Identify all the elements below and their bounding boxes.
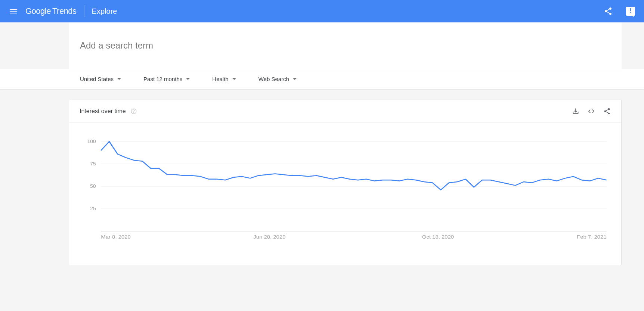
app-header: Google Trends Explore ! bbox=[0, 0, 644, 22]
filter-time-label: Past 12 months bbox=[143, 76, 182, 82]
chart-body: 100755025Mar 8, 2020Jun 28, 2020Oct 18, … bbox=[69, 123, 621, 265]
embed-icon[interactable] bbox=[588, 108, 595, 115]
svg-text:100: 100 bbox=[87, 139, 96, 144]
chart-actions bbox=[572, 108, 611, 115]
search-input[interactable]: Add a search term bbox=[69, 22, 622, 69]
menu-icon[interactable] bbox=[6, 4, 21, 19]
share-icon[interactable] bbox=[601, 4, 616, 19]
filter-time[interactable]: Past 12 months bbox=[143, 76, 190, 82]
chart-header: Interest over time bbox=[69, 100, 621, 123]
page-title: Explore bbox=[92, 7, 117, 16]
content-area: Interest over time 100755025Mar 8, 2020J… bbox=[69, 100, 622, 265]
svg-text:Mar 8, 2020: Mar 8, 2020 bbox=[101, 234, 131, 240]
feedback-icon[interactable]: ! bbox=[623, 4, 638, 19]
logo-google: Google bbox=[25, 6, 51, 16]
share-chart-icon[interactable] bbox=[603, 108, 611, 115]
filters-bar: United States Past 12 months Health Web … bbox=[0, 69, 644, 89]
download-icon[interactable] bbox=[572, 108, 579, 115]
logo-trends: Trends bbox=[52, 6, 77, 16]
svg-text:Feb 7, 2021: Feb 7, 2021 bbox=[577, 234, 607, 240]
svg-text:50: 50 bbox=[90, 184, 96, 189]
filter-category-label: Health bbox=[212, 76, 228, 82]
chevron-down-icon bbox=[293, 78, 297, 80]
line-chart: 100755025Mar 8, 2020Jun 28, 2020Oct 18, … bbox=[80, 138, 611, 242]
filter-category[interactable]: Health bbox=[212, 76, 236, 82]
filter-region[interactable]: United States bbox=[80, 76, 121, 82]
help-icon[interactable] bbox=[130, 108, 137, 115]
search-placeholder: Add a search term bbox=[80, 40, 153, 50]
header-divider bbox=[84, 5, 84, 17]
chevron-down-icon bbox=[232, 78, 236, 80]
svg-point-1 bbox=[133, 112, 134, 113]
svg-text:25: 25 bbox=[90, 206, 96, 211]
header-actions: ! bbox=[601, 4, 638, 19]
svg-text:Oct 18, 2020: Oct 18, 2020 bbox=[422, 234, 454, 240]
filter-region-label: United States bbox=[80, 76, 114, 82]
search-container: Add a search term bbox=[69, 22, 622, 69]
logo[interactable]: Google Trends bbox=[25, 6, 77, 16]
chart-title: Interest over time bbox=[80, 108, 126, 115]
filter-search-type[interactable]: Web Search bbox=[258, 76, 297, 82]
interest-over-time-card: Interest over time 100755025Mar 8, 2020J… bbox=[69, 100, 622, 265]
chevron-down-icon bbox=[186, 78, 190, 80]
chevron-down-icon bbox=[117, 78, 121, 80]
svg-text:Jun 28, 2020: Jun 28, 2020 bbox=[253, 234, 285, 240]
svg-text:75: 75 bbox=[90, 161, 96, 167]
filter-search-type-label: Web Search bbox=[258, 76, 289, 82]
